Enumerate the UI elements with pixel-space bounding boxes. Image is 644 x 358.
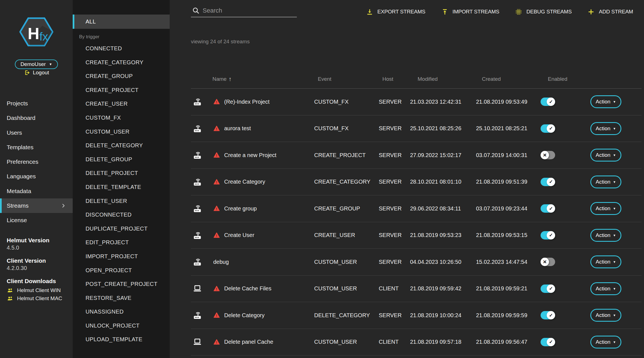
sidebar-item-preferences[interactable]: Preferences xyxy=(0,155,73,169)
main-content: EXPORT STREAMSIMPORT STREAMSDEBUG STREAM… xyxy=(170,0,644,358)
filter-item-custom-user[interactable]: CUSTOM_USER xyxy=(73,125,170,139)
action-button[interactable]: Action▼ xyxy=(590,122,621,135)
stream-created: 25.10.2021 08:25:21 xyxy=(476,125,539,132)
debug-grid-icon xyxy=(515,8,522,16)
enabled-toggle[interactable]: ✓ xyxy=(541,231,555,240)
search-input[interactable] xyxy=(203,7,297,14)
user-menu[interactable]: DemoUser ▼ xyxy=(15,60,58,69)
filter-item-import-project[interactable]: IMPORT_PROJECT xyxy=(73,250,170,264)
filter-item-delete-project[interactable]: DELETE_PROJECT xyxy=(73,166,170,180)
column-header-event[interactable]: Event xyxy=(314,76,379,82)
filter-item-create-project[interactable]: CREATE_PROJECT xyxy=(73,83,170,97)
download-link-label: Helmut Client MAC xyxy=(17,295,62,302)
action-button[interactable]: Action▼ xyxy=(590,229,621,242)
filter-item-create-category[interactable]: CREATE_CATEGORY xyxy=(73,56,170,70)
filter-item-unassigned[interactable]: UNASSIGNED xyxy=(73,305,170,319)
filter-item-duplicate-project[interactable]: DUPLICATE_PROJECT xyxy=(73,222,170,236)
enabled-cell: ✓ xyxy=(539,231,571,240)
enabled-toggle[interactable]: ✓ xyxy=(541,124,555,133)
action-button[interactable]: Action▼ xyxy=(590,309,621,322)
filter-item-all[interactable]: ALL xyxy=(73,15,170,29)
x-icon: ✕ xyxy=(541,151,549,159)
table-row: Create groupCREATE_GROUPSERVER29.06.2022… xyxy=(191,195,641,222)
warning-icon xyxy=(213,152,220,158)
toolbar-button-export-streams[interactable]: EXPORT STREAMS xyxy=(366,8,425,16)
filter-item-delete-template[interactable]: DELETE_TEMPLATE xyxy=(73,180,170,194)
filter-item-delete-category[interactable]: DELETE_CATEGORY xyxy=(73,139,170,153)
sidebar-item-dashboard[interactable]: Dashboard xyxy=(0,111,73,125)
column-header-label: Name xyxy=(212,76,227,82)
stream-name: Create User xyxy=(224,232,254,238)
filter-item-disconnected[interactable]: DISCONNECTED xyxy=(73,208,170,222)
action-button[interactable]: Action▼ xyxy=(590,149,621,162)
filter-item-connected[interactable]: CONNECTED xyxy=(73,42,170,56)
name-cell: Create User xyxy=(212,232,314,239)
check-icon: ✓ xyxy=(547,204,555,213)
check-icon: ✓ xyxy=(547,178,555,186)
column-header-name[interactable]: Name↑ xyxy=(212,76,314,82)
table-row: Create a new ProjectCREATE_PROJECTSERVER… xyxy=(191,142,641,169)
warning-icon xyxy=(213,285,220,292)
filter-item-create-user[interactable]: CREATE_USER xyxy=(73,97,170,111)
logout-label: Logout xyxy=(33,70,49,76)
enabled-toggle[interactable]: ✓ xyxy=(541,311,555,319)
action-button[interactable]: Action▼ xyxy=(590,255,621,268)
stream-modified: 25.10.2021 08:25:26 xyxy=(410,125,476,132)
enabled-toggle[interactable]: ✓ xyxy=(541,284,555,293)
stream-modified: 21.08.2019 09:59:42 xyxy=(410,285,476,292)
column-header-modified[interactable]: Modified xyxy=(410,76,476,82)
action-button[interactable]: Action▼ xyxy=(590,95,621,108)
enabled-toggle[interactable]: ✓ xyxy=(541,338,555,346)
sidebar-item-label: Metadata xyxy=(7,188,31,194)
router-icon xyxy=(191,310,212,320)
filter-item-upload-template[interactable]: UPLOAD_TEMPLATE xyxy=(73,333,170,347)
column-header-created[interactable]: Created xyxy=(476,76,539,82)
logout-icon xyxy=(23,69,30,76)
enabled-toggle[interactable]: ✕ xyxy=(541,151,555,159)
enabled-toggle[interactable]: ✓ xyxy=(541,98,555,106)
stream-event: CUSTOM_USER xyxy=(314,285,379,292)
filter-item-post-create-project[interactable]: POST_CREATE_PROJECT xyxy=(73,277,170,291)
toolbar-button-import-streams[interactable]: IMPORT STREAMS xyxy=(441,8,499,16)
stream-name: aurora test xyxy=(224,125,251,132)
caret-down-icon: ▼ xyxy=(613,340,616,344)
action-button[interactable]: Action▼ xyxy=(590,282,621,295)
toolbar-button-add-stream[interactable]: ADD STREAM xyxy=(587,8,633,16)
caret-down-icon: ▼ xyxy=(613,180,616,184)
action-button[interactable]: Action▼ xyxy=(590,202,621,215)
filter-item-open-project[interactable]: OPEN_PROJECT xyxy=(73,264,170,278)
action-button[interactable]: Action▼ xyxy=(590,336,621,348)
warning-icon xyxy=(213,339,220,345)
logout-button[interactable]: Logout xyxy=(23,69,49,76)
sidebar-item-streams[interactable]: Streams xyxy=(0,198,73,213)
sidebar-item-templates[interactable]: Templates xyxy=(0,140,73,155)
column-header-enabled[interactable]: Enabled xyxy=(539,76,571,82)
sidebar-item-projects[interactable]: Projects xyxy=(0,96,73,111)
column-header-host[interactable]: Host xyxy=(379,76,410,82)
filter-item-unlock-project[interactable]: UNLOCK_PROJECT xyxy=(73,319,170,333)
filter-item-delete-group[interactable]: DELETE_GROUP xyxy=(73,153,170,167)
action-button-label: Action xyxy=(596,339,610,345)
action-button-label: Action xyxy=(596,259,610,265)
enabled-toggle[interactable]: ✓ xyxy=(541,204,555,213)
filter-item-edit-project[interactable]: EDIT_PROJECT xyxy=(73,236,170,250)
action-button[interactable]: Action▼ xyxy=(590,176,621,188)
sidebar-item-label: Preferences xyxy=(7,158,38,165)
sidebar-item-metadata[interactable]: Metadata xyxy=(0,184,73,198)
toolbar-button-debug-streams[interactable]: DEBUG STREAMS xyxy=(515,8,572,16)
stream-name: debug xyxy=(213,259,229,265)
sidebar-item-users[interactable]: Users xyxy=(0,125,73,140)
filter-item-restore-save[interactable]: RESTORE_SAVE xyxy=(73,291,170,305)
download-link-helmut-client-win[interactable]: Helmut Client WIN xyxy=(7,286,62,294)
sidebar-item-license[interactable]: License xyxy=(0,213,73,227)
sidebar-item-languages[interactable]: Languages xyxy=(0,169,73,184)
filter-item-create-group[interactable]: CREATE_GROUP xyxy=(73,69,170,83)
enabled-toggle[interactable]: ✕ xyxy=(541,258,555,266)
filter-item-custom-fx[interactable]: CUSTOM_FX xyxy=(73,111,170,125)
stream-created: 21.08.2019 09:56:47 xyxy=(476,339,539,345)
download-link-helmut-client-mac[interactable]: Helmut Client MAC xyxy=(7,294,62,302)
action-cell: Action▼ xyxy=(571,255,641,268)
enabled-toggle[interactable]: ✓ xyxy=(541,178,555,186)
filter-item-delete-user[interactable]: DELETE_USER xyxy=(73,194,170,208)
stream-name: Create a new Project xyxy=(224,152,276,158)
